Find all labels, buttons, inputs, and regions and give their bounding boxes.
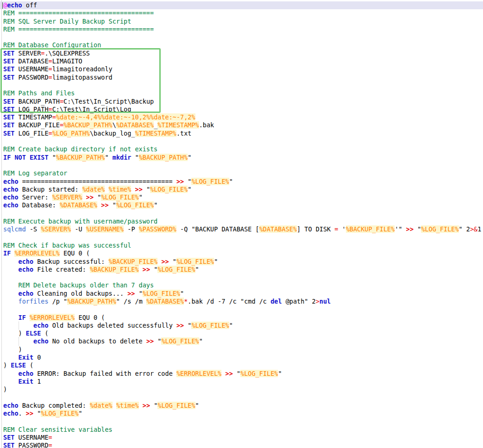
syntax-text [3,281,19,289]
code-line: REM SQL Server Daily Backup Script [0,18,483,25]
syntax-keyword: IF [3,249,11,257]
code-line [0,394,483,402]
syntax-operator: = [49,74,52,81]
syntax-text: \ [113,121,116,129]
syntax-text [3,370,19,377]
syntax-operator: >> [127,290,135,297]
code-line: ) [0,346,483,354]
syntax-variable: %USERNAME% [86,225,124,233]
syntax-comment: REM Delete backups older than 7 days [19,281,154,289]
syntax-keyword: IF NOT EXIST [3,154,49,161]
syntax-comment: REM Create backup directory if not exist… [3,145,157,153]
syntax-operator: = [49,106,52,113]
syntax-text: BACKUP_PATH [14,98,60,105]
syntax-text: No old backups to delete [49,337,146,345]
syntax-text: Backup completed: [19,402,90,409]
syntax-text: .txt [176,130,192,137]
syntax-variable: %LOG_FILE% [191,178,229,185]
indent-guide [19,322,19,330]
code-line: REM Paths and Files [0,89,483,97]
syntax-operator: = [49,130,52,137]
syntax-text: USERNAME [14,434,48,441]
code-line [0,305,483,313]
syntax-keyword: echo [19,290,34,297]
syntax-text: ( [26,361,33,369]
code-area[interactable]: @echo offREM ===========================… [0,0,483,448]
code-line: echo Server: %SERVER% >> "%LOG_FILE%" [0,193,483,201]
syntax-variable: %date% [90,402,113,409]
syntax-text: " [150,402,157,409]
code-line: SET BACKUP_PATH=C:\Test\In_Script\Backup [0,98,483,106]
syntax-variable: %BACKUP_PATH% [56,154,105,161]
syntax-keyword: echo [19,266,34,273]
syntax-operator: = [49,434,52,441]
syntax-keyword: echo [7,1,22,9]
syntax-text [3,314,19,321]
syntax-variable: %LOG_FILE% [157,402,195,409]
syntax-text: Backup successful: [33,258,109,265]
syntax-comment: REM SQL Server Daily Backup Script [3,18,131,25]
syntax-operator: >> [226,370,233,377]
syntax-text: " /s /m [116,298,146,305]
syntax-text: PASSWORD [14,442,48,448]
code-line: forfiles /p "%BACKUP_PATH%" /s /m %DATAB… [0,298,483,305]
syntax-text: .\SQLEXPRESS [44,50,90,57]
syntax-keyword: SET [3,434,14,441]
syntax-variable: %date:~-7,2% [150,113,195,121]
syntax-text: " [195,402,199,409]
syntax-variable: %LOG_FILE% [150,186,188,193]
code-line [0,234,483,242]
syntax-text: " [169,258,176,265]
syntax-text: " [188,154,191,161]
syntax-text: " [105,154,112,161]
syntax-text: " [184,178,191,185]
syntax-command: sqlcmd [3,225,26,233]
syntax-variable: %ERRORLEVEL% [14,249,60,257]
syntax-text: " [139,193,143,201]
syntax-text: -P [124,225,139,233]
code-line: SET USERNAME=limagitoreadonly [0,65,483,73]
syntax-keyword: ELSE [11,361,26,369]
syntax-text: BACKUP_FILE [14,121,60,129]
syntax-variable: %LOG_FILE% [161,337,199,345]
code-line [0,81,483,89]
syntax-variable: %LOG_FILE% [157,266,195,273]
syntax-text: Server: [19,193,52,201]
code-line: echo Backup started: %date% %time% >> "%… [0,186,483,193]
syntax-variable: %DATABASE% [259,225,297,233]
syntax-operator: = [52,113,56,121]
code-line: echo Database: %DATABASE% >> "%LOG_FILE%… [0,201,483,209]
syntax-text: " [184,322,191,329]
syntax-text: Cleaning old backups... [33,290,127,297]
syntax-variable: %BACKUP_FILE% [346,225,395,233]
code-line: REM ==================================== [0,9,483,17]
syntax-text: " [233,370,240,377]
syntax-text [3,290,19,297]
syntax-text [3,354,19,361]
syntax-comment: REM Database Configuration [3,41,101,49]
syntax-variable: %date:~-4,4% [56,113,101,121]
syntax-operator: >> [135,186,143,193]
syntax-text: " 2 [459,225,470,233]
syntax-variable: %ERRORLEVEL% [30,314,75,321]
syntax-text: C:\Test\In_Script\Log [52,106,132,113]
syntax-variable: %time% [116,402,139,409]
code-line: REM Database Configuration [0,41,483,49]
syntax-text: " [150,266,157,273]
syntax-variable: %LOG_FILE% [41,410,78,417]
code-line: SET TIMESTAMP=%date:~-4,4%%date:~-10,2%%… [0,113,483,121]
syntax-variable: %DATABASE% [116,121,154,129]
code-editor[interactable]: @echo offREM ===========================… [0,0,483,448]
syntax-text: C:\Test\In_Script\Backup [63,98,154,105]
syntax-operator: >> [176,322,184,329]
code-line: echo Old backups deleted successfully >>… [0,322,483,330]
syntax-text: ERROR: Backup failed with error code [33,370,176,377]
syntax-text: LOG_PATH [14,106,48,113]
syntax-operator: = [49,442,52,448]
code-line [0,137,483,145]
code-line: ) ELSE ( [0,330,483,337]
code-line: SET LOG_PATH=C:\Test\In_Script\Log [0,106,483,113]
syntax-keyword: echo [19,370,34,377]
syntax-text: " [229,178,233,185]
syntax-text: 0 [33,354,41,361]
